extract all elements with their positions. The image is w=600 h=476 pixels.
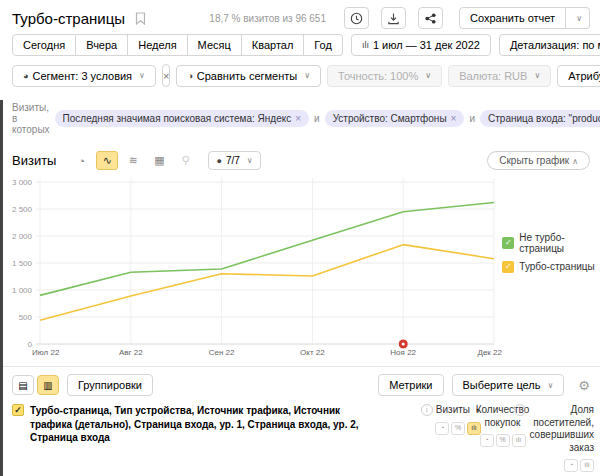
preset-yesterday[interactable]: Вчера <box>76 34 128 56</box>
visits-summary: 18,7 % визитов из 96 651 <box>209 13 326 24</box>
bar-chart-icon[interactable]: ▦ <box>148 151 170 170</box>
filter-bar: Визиты, в которых Последняя значимая пои… <box>12 96 590 140</box>
legend-checkbox[interactable] <box>502 237 514 249</box>
share-nodes-icon <box>424 12 437 25</box>
remove-chip-icon[interactable] <box>451 113 457 124</box>
filter-chip-search-system[interactable]: Последняя значимая поисковая система: Ян… <box>55 110 309 127</box>
legend-checkbox[interactable] <box>502 261 514 273</box>
legend-label: Турбо-страницы <box>519 261 594 272</box>
line-chart-icon[interactable]: ∿ <box>96 151 118 170</box>
period-toolbar: Сегодня Вчера Неделя Месяц Квартал Год ı… <box>12 34 590 56</box>
report-header: Турбо-страницы 18,7 % визитов из 96 651 … <box>0 0 600 31</box>
pie-chart-icon[interactable]: ◔ <box>70 151 92 170</box>
svg-text:500: 500 <box>19 313 33 322</box>
attribution-select[interactable]: Атрибуция: Последний значимый переход КД <box>557 65 600 87</box>
date-range-button[interactable]: ılı 1 июл — 31 дек 2022 <box>351 34 491 56</box>
date-range-value: 1 июл — 31 дек 2022 <box>373 39 480 51</box>
view-toggle: ▤ ▥ <box>12 375 59 395</box>
pie-mode-icon[interactable]: ◔ <box>480 434 494 447</box>
grouping-checkbox[interactable] <box>12 404 24 416</box>
segment-label: Сегмент: 3 условия <box>32 70 132 82</box>
legend-label: Не турбо-страницы <box>519 232 598 254</box>
clock-icon <box>350 12 363 25</box>
grouping-description: Турбо-страница, Тип устройства, Источник… <box>12 404 376 472</box>
svg-text:2 000: 2 000 <box>12 232 33 241</box>
filter-visits-label: Визиты, в которых <box>12 102 50 135</box>
chart-metric-label: Визиты <box>12 153 56 168</box>
compare-segments-button[interactable]: ◑ Сравнить сегменты <box>176 65 321 87</box>
filter-connector: и <box>469 113 475 124</box>
series-dot-icon: ● <box>216 156 221 166</box>
save-report-button[interactable]: Сохранить отчет <box>459 7 566 29</box>
preset-quarter[interactable]: Квартал <box>242 34 305 56</box>
bars-mode-icon[interactable]: ılı <box>580 459 594 472</box>
stacked-chart-icon[interactable]: ≋ <box>122 151 144 170</box>
legend-item-turbo[interactable]: Турбо-страницы <box>502 261 598 273</box>
preset-month[interactable]: Месяц <box>188 34 242 56</box>
preset-year[interactable]: Год <box>304 34 343 56</box>
collapsed-sidebar-edge <box>0 100 3 476</box>
currency-select[interactable]: Валюта: RUB <box>448 65 551 87</box>
svg-text:Июл 22: Июл 22 <box>32 348 60 357</box>
save-report-group: Сохранить отчет <box>459 7 590 29</box>
svg-text:Окт 22: Окт 22 <box>300 348 325 357</box>
detalization-select[interactable]: Детализация: по месяцам <box>499 34 600 56</box>
groupings-button[interactable]: Группировки <box>67 374 153 396</box>
export-button[interactable] <box>381 7 406 29</box>
grouping-text: Турбо-страница, Тип устройства, Источник… <box>30 404 362 445</box>
chart-legend: Не турбо-страницы Турбо-страницы <box>502 174 598 360</box>
map-pin-icon[interactable]: ⚲ <box>174 151 196 170</box>
svg-text:Сен 22: Сен 22 <box>209 348 235 357</box>
preset-today[interactable]: Сегодня <box>12 34 76 56</box>
save-report-dropdown[interactable] <box>566 7 590 29</box>
preset-week[interactable]: Неделя <box>128 34 187 56</box>
svg-text:Авг 22: Авг 22 <box>119 348 143 357</box>
svg-text:1 500: 1 500 <box>12 259 33 268</box>
column-label: Визиты <box>436 404 470 417</box>
filter-chip-device[interactable]: Устройство: Смартфоны <box>325 110 465 127</box>
list-view-button[interactable]: ▤ <box>12 375 34 395</box>
series-count-select[interactable]: ● 7/7 <box>208 151 260 170</box>
table-toolbar: ▤ ▥ Группировки Метрики Выберите цель <box>0 366 600 402</box>
info-icon[interactable] <box>514 404 526 416</box>
compare-label: Сравнить сегменты <box>197 70 297 82</box>
period-presets: Сегодня Вчера Неделя Месяц Квартал Год <box>12 34 343 56</box>
tree-view-button[interactable]: ▥ <box>37 375 59 395</box>
pie-mode-icon[interactable]: ◔ <box>564 459 578 472</box>
segment-button[interactable]: ◕ Сегмент: 3 условия <box>12 65 156 87</box>
goal-select[interactable]: Выберите цель <box>452 374 565 396</box>
mini-bars-icon: ılı <box>362 40 369 50</box>
chip-label: Последняя значимая поисковая система: Ян… <box>63 113 292 124</box>
segment-icon: ◕ <box>23 71 28 81</box>
page-title: Турбо-страницы <box>12 10 125 27</box>
percent-mode-icon[interactable]: % <box>451 422 465 435</box>
percent-mode-icon[interactable]: % <box>496 434 510 447</box>
pie-mode-icon[interactable]: ◔ <box>435 422 449 435</box>
download-icon <box>387 12 400 25</box>
clear-segment-button[interactable] <box>162 64 170 87</box>
chip-label: Страница входа: "product/product" <box>488 113 600 124</box>
info-icon[interactable] <box>421 404 433 416</box>
metrics-button[interactable]: Метрики <box>378 374 443 396</box>
history-button[interactable] <box>344 7 369 29</box>
attribution-label: Атрибуция: Последний значимый переход <box>568 70 600 82</box>
visits-display-modes: ◔ % ılı <box>435 422 481 435</box>
remove-chip-icon[interactable] <box>295 113 301 124</box>
filter-chip-landing-page[interactable]: Страница входа: "product/product" <box>480 110 600 127</box>
visits-line-chart[interactable]: 05001 0001 5002 0002 5003 000Июл 22Авг 2… <box>4 174 502 360</box>
table-header: Турбо-страница, Тип устройства, Источник… <box>0 404 600 476</box>
hide-chart-button[interactable]: Скрыть график <box>487 151 590 170</box>
filter-connector: и <box>314 113 320 124</box>
column-header-share[interactable]: Доля посетителей, совершивших заказ ◔ ıl… <box>524 404 594 472</box>
chart-header: Визиты ◔ ∿ ≋ ▦ ⚲ ● 7/7 Скрыть график <box>12 151 590 170</box>
share-button[interactable] <box>418 7 443 29</box>
bookmark-icon[interactable] <box>135 12 146 25</box>
gear-icon[interactable] <box>578 378 590 393</box>
column-header-visits[interactable]: Визиты ◔ % ılı <box>376 404 481 472</box>
svg-text:2 500: 2 500 <box>12 205 33 214</box>
legend-item-non-turbo[interactable]: Не турбо-страницы <box>502 232 598 254</box>
accuracy-select[interactable]: Точность: 100% <box>327 65 442 87</box>
svg-text:1 000: 1 000 <box>12 286 33 295</box>
series-counter: 7/7 <box>226 155 240 166</box>
compare-icon: ◑ <box>187 71 192 81</box>
